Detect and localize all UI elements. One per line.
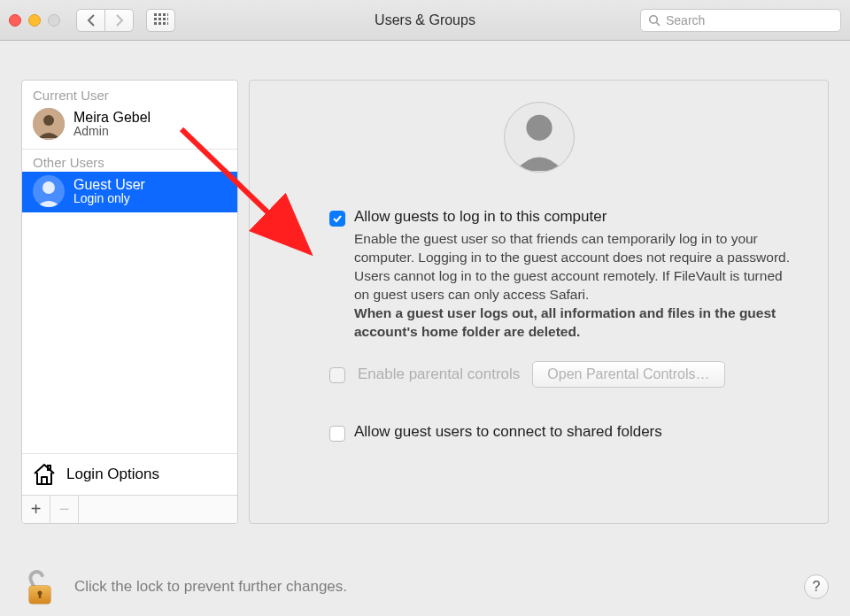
nav-back-button[interactable]	[76, 9, 105, 32]
window-title: Users & Groups	[375, 12, 475, 28]
remove-user-button: −	[50, 496, 79, 523]
other-users-header: Other Users	[22, 149, 237, 172]
search-input[interactable]	[666, 13, 833, 27]
user-name: Guest User	[73, 177, 145, 193]
svg-rect-8	[154, 22, 157, 25]
close-window-button[interactable]	[9, 14, 21, 27]
user-role: Admin	[73, 125, 151, 138]
user-list: Current User Meira Gebel Admin Ot	[22, 81, 237, 453]
current-user-header: Current User	[22, 81, 237, 104]
svg-rect-11	[167, 22, 168, 25]
avatar	[33, 175, 65, 207]
sidebar-current-user[interactable]: Meira Gebel Admin	[22, 104, 237, 145]
chevron-left-icon	[87, 14, 96, 27]
svg-rect-3	[167, 13, 168, 16]
window-controls	[9, 14, 60, 27]
person-silhouette-icon	[505, 102, 574, 172]
checkmark-icon	[332, 213, 343, 224]
allow-shared-checkbox[interactable]	[329, 426, 345, 442]
sidebar-guest-user[interactable]: Guest User Login only	[22, 172, 237, 212]
allow-guests-checkbox[interactable]	[329, 211, 345, 227]
pane-content: Current User Meira Gebel Admin Ot	[0, 41, 850, 616]
minimize-window-button[interactable]	[28, 14, 41, 27]
maximize-window-button	[48, 14, 60, 27]
help-button[interactable]: ?	[804, 574, 829, 599]
chevron-right-icon	[115, 14, 124, 27]
house-icon	[31, 461, 58, 488]
search-icon	[648, 14, 661, 27]
svg-rect-10	[163, 22, 166, 25]
svg-line-13	[657, 22, 661, 26]
lock-footer: Click the lock to prevent further change…	[21, 568, 829, 605]
parental-controls-label: Enable parental controls	[358, 366, 520, 383]
svg-point-16	[42, 181, 55, 194]
svg-rect-17	[48, 466, 50, 470]
add-user-button[interactable]: +	[22, 496, 50, 523]
nav-buttons	[76, 9, 134, 32]
allow-guests-row: Allow guests to log in to this computer	[329, 208, 792, 227]
lock-button[interactable]	[21, 568, 58, 605]
svg-rect-0	[154, 13, 157, 16]
svg-rect-7	[167, 18, 168, 20]
detail-panel: Allow guests to log in to this computer …	[249, 80, 829, 524]
allow-guests-description: Enable the guest user so that friends ca…	[354, 230, 792, 342]
svg-rect-1	[158, 13, 161, 16]
parental-controls-checkbox	[329, 367, 345, 383]
list-footer: + −	[22, 495, 237, 523]
show-all-button[interactable]	[146, 9, 175, 32]
open-parental-controls-button: Open Parental Controls…	[532, 361, 724, 388]
svg-rect-4	[154, 18, 157, 20]
svg-point-12	[650, 15, 658, 23]
lock-text: Click the lock to prevent further change…	[74, 578, 347, 596]
footer-spacer	[79, 496, 237, 523]
allow-guests-label: Allow guests to log in to this computer	[354, 208, 607, 226]
toolbar: Users & Groups	[0, 0, 850, 41]
nav-forward-button[interactable]	[104, 9, 134, 32]
parental-controls-row: Enable parental controls Open Parental C…	[329, 361, 792, 388]
svg-point-18	[526, 115, 552, 141]
svg-point-15	[43, 115, 54, 126]
user-role: Login only	[73, 192, 145, 205]
allow-shared-row: Allow guest users to connect to shared f…	[329, 423, 792, 442]
svg-rect-9	[158, 22, 161, 25]
search-field[interactable]	[640, 9, 841, 32]
guest-avatar-large[interactable]	[504, 102, 575, 173]
user-photo-icon	[33, 108, 65, 140]
svg-rect-6	[163, 18, 166, 20]
allow-guests-note: When a guest user logs out, all informat…	[354, 305, 776, 339]
avatar	[33, 108, 65, 140]
unlocked-padlock-icon	[22, 568, 58, 605]
svg-rect-5	[158, 18, 161, 20]
user-name: Meira Gebel	[73, 110, 151, 126]
login-options-button[interactable]: Login Options	[22, 453, 237, 495]
user-sidebar: Current User Meira Gebel Admin Ot	[21, 80, 238, 524]
allow-shared-label: Allow guest users to connect to shared f…	[354, 423, 662, 441]
guest-silhouette-icon	[33, 175, 65, 207]
grid-icon	[154, 13, 168, 27]
login-options-label: Login Options	[66, 466, 159, 483]
svg-rect-23	[39, 593, 42, 598]
svg-rect-2	[163, 13, 166, 16]
